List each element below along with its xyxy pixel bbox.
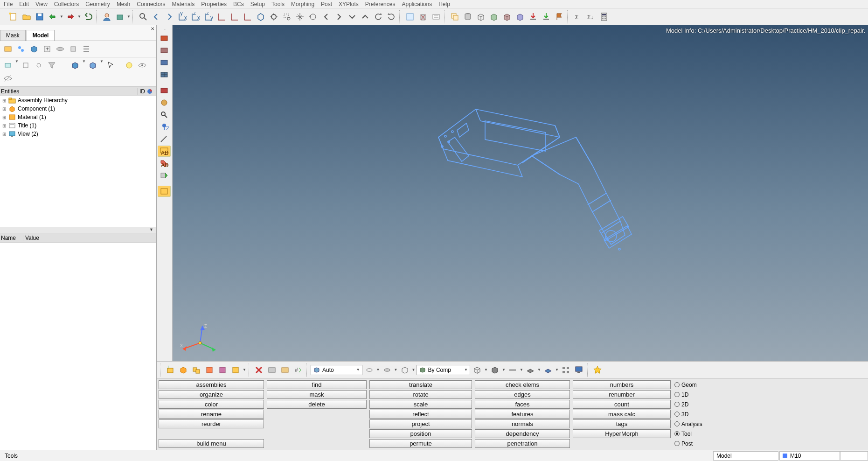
entities-header-id[interactable]: ID [138, 88, 156, 95]
tab-model[interactable]: Model [27, 30, 55, 41]
load-bc2-icon[interactable] [540, 11, 552, 23]
create-icon[interactable]: + [41, 43, 53, 55]
vtool-edge-icon[interactable] [158, 45, 171, 56]
eye-show-icon[interactable] [136, 59, 148, 71]
menu-tools[interactable]: Tools [271, 1, 285, 7]
panel-hypermorph[interactable]: HyperMorph [573, 429, 671, 438]
expand-icon[interactable]: ⊞ [2, 115, 7, 120]
menu-file[interactable]: File [4, 1, 13, 7]
color-by-combo[interactable]: By Comp ▼ [417, 365, 470, 375]
create-prop-icon[interactable] [216, 364, 229, 376]
panel-penetration[interactable]: penetration [475, 439, 570, 448]
flag-icon[interactable] [553, 11, 565, 23]
organize-icon[interactable] [279, 364, 291, 376]
panel-tags[interactable]: tags [573, 419, 671, 428]
entity-type-combo[interactable]: Auto ▼ [311, 365, 362, 375]
card-edit-icon[interactable] [430, 11, 442, 23]
filter-icon[interactable] [46, 59, 58, 71]
value-col[interactable]: Value [23, 235, 156, 241]
menu-properties[interactable]: Properties [201, 1, 227, 7]
menu-materials[interactable]: Materials [172, 1, 195, 7]
entities-header-name[interactable]: Entities [0, 88, 138, 95]
iso-view-icon[interactable] [255, 11, 267, 23]
isolate-icon[interactable] [67, 43, 79, 55]
lasso-icon[interactable] [363, 364, 375, 376]
panel-dependency[interactable]: dependency [475, 429, 570, 438]
vtool-load-icon[interactable] [158, 85, 171, 96]
cursor-icon[interactable] [104, 59, 117, 71]
panel-position[interactable]: position [369, 429, 472, 438]
cube-iso-icon[interactable] [514, 11, 526, 23]
tree-row-assembly[interactable]: ⊞ Assembly Hierarchy [0, 96, 156, 105]
menu-connectors[interactable]: Connectors [137, 1, 165, 7]
panel-project[interactable]: project [369, 419, 472, 428]
rotate-ccw-icon[interactable] [372, 11, 384, 23]
page-radio-post[interactable]: Post [674, 439, 715, 448]
delete-red-icon[interactable] [253, 364, 265, 376]
menu-edit[interactable]: Edit [19, 1, 29, 7]
display-options-icon[interactable] [560, 364, 572, 376]
delete-entity-icon[interactable] [417, 11, 429, 23]
calculator-icon[interactable] [598, 11, 610, 23]
xy-axis-icon[interactable]: yx [176, 11, 188, 23]
panel-splitter[interactable] [0, 227, 156, 233]
page-radio-1d[interactable]: 1D [674, 390, 715, 399]
name-col[interactable]: Name [0, 235, 23, 241]
shaded-mode-icon[interactable] [489, 364, 501, 376]
remove-duplicate-icon[interactable] [449, 11, 461, 23]
vtool-tag-icon[interactable]: ABC [158, 158, 171, 169]
panel-reflect[interactable]: reflect [369, 410, 472, 419]
panel-renumber[interactable]: renumber [573, 390, 671, 399]
comp-blue2-icon[interactable] [87, 59, 99, 71]
menu-preferences[interactable]: Preferences [365, 1, 396, 7]
include-view-icon[interactable] [28, 43, 40, 55]
menu-mesh[interactable]: Mesh [117, 1, 130, 7]
close-panel-icon[interactable]: ✕ [151, 26, 154, 31]
zoom-window-icon[interactable] [281, 11, 293, 23]
summation-pi-icon[interactable]: Σ↓ [585, 11, 597, 23]
arrow-down-icon[interactable] [346, 11, 358, 23]
panel-find[interactable]: find [267, 380, 367, 389]
expand-icon[interactable]: ⊞ [2, 132, 7, 137]
surf-mode-icon[interactable] [524, 364, 536, 376]
cube-wire-icon[interactable] [475, 11, 487, 23]
panel-rotate[interactable]: rotate [369, 390, 472, 399]
arrow-left-icon[interactable] [320, 11, 332, 23]
solid-mode-icon[interactable] [542, 364, 554, 376]
arrow-up-icon[interactable] [359, 11, 371, 23]
select-display-icon[interactable] [2, 59, 14, 71]
renumber-icon[interactable]: # [292, 364, 304, 376]
summation-icon[interactable]: Σ [572, 11, 584, 23]
menu-help[interactable]: Help [438, 1, 450, 7]
page-radio-geom[interactable]: Geom [674, 380, 715, 389]
yz-axis-icon[interactable]: zy [202, 11, 215, 23]
xz-axis-icon[interactable]: zx [189, 11, 201, 23]
panel-numbers[interactable]: numbers [573, 380, 671, 389]
show-hide-icon[interactable] [54, 43, 66, 55]
rotate-view-icon[interactable] [307, 11, 319, 23]
menu-geometry[interactable]: Geometry [85, 1, 110, 7]
panel-scale[interactable]: scale [369, 400, 472, 409]
graphics-viewport[interactable]: ⋯ Model Info: C:/Users/Administrator/Des… [173, 25, 868, 361]
arrow-right-icon[interactable] [333, 11, 345, 23]
vtool-elem-icon[interactable] [158, 69, 171, 80]
xz-rev-axis-icon[interactable] [229, 11, 241, 23]
vtool-section-icon[interactable] [158, 186, 171, 197]
cube-solid-icon[interactable] [488, 11, 500, 23]
expand-all-icon[interactable] [80, 43, 92, 55]
comp-blue-icon[interactable] [69, 59, 81, 71]
fit-view-icon[interactable] [268, 11, 280, 23]
expand-icon[interactable]: ⊞ [2, 106, 7, 112]
panel-check-elems[interactable]: check elems [475, 380, 570, 389]
panel-translate[interactable]: translate [369, 380, 472, 389]
panel-edges[interactable]: edges [475, 390, 570, 399]
panel-mask[interactable]: mask [267, 390, 367, 399]
tree-row-view[interactable]: ⊞ View (2) [0, 130, 156, 138]
card-icon[interactable] [266, 364, 278, 376]
rotate-cw-icon[interactable] [385, 11, 397, 23]
wireframe-mode-icon[interactable] [471, 364, 483, 376]
import-icon[interactable] [47, 11, 59, 23]
highlight-icon[interactable] [123, 59, 135, 71]
open-model-icon[interactable] [21, 11, 33, 23]
create-load-icon[interactable] [229, 364, 242, 376]
